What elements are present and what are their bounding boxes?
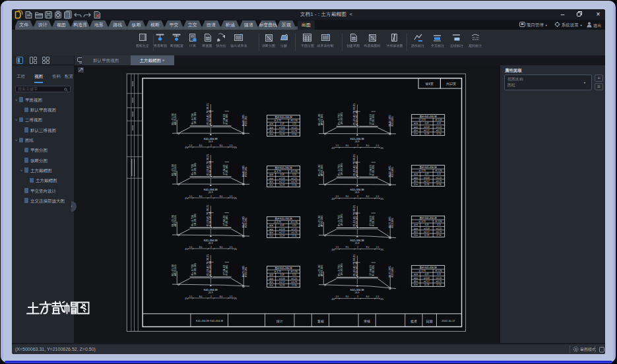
svg-text:26.9: 26.9 <box>354 140 359 143</box>
svg-text:1.5: 1.5 <box>335 295 339 298</box>
svg-text:1R:28.365: 1R:28.365 <box>193 214 196 226</box>
svg-text:路基: 路基 <box>414 173 418 175</box>
svg-text:2: 2 <box>211 246 212 249</box>
svg-text:m1.20: m1.20 <box>291 127 297 129</box>
svg-text:4R23.005: 4R23.005 <box>173 264 176 276</box>
svg-text:1R:28.365: 1R:28.365 <box>193 112 196 125</box>
svg-text:1.5: 1.5 <box>229 246 232 249</box>
svg-text:里程:K42+334.38: 里程:K42+334.38 <box>419 166 436 169</box>
svg-text:1R:28.365: 1R:28.365 <box>339 112 342 125</box>
svg-text:4%: 4% <box>380 249 383 251</box>
svg-text:挖 5.96: 挖 5.96 <box>290 170 298 173</box>
svg-text:17.30: 17.30 <box>292 284 297 287</box>
svg-text:复核: 复核 <box>317 318 324 323</box>
svg-text:17.30: 17.30 <box>292 133 297 136</box>
svg-text:8.0: 8.0 <box>219 246 222 249</box>
svg-text:m5.78: m5.78 <box>436 180 441 183</box>
svg-text:4R23.005: 4R23.005 <box>173 215 176 227</box>
svg-text:填 4.73: 填 4.73 <box>418 220 426 223</box>
svg-text:10.29: 10.29 <box>279 133 284 136</box>
svg-text:10.29: 10.29 <box>279 284 284 287</box>
svg-text:填 4.73: 填 4.73 <box>273 119 281 122</box>
svg-text:m1.20: m1.20 <box>291 278 297 280</box>
svg-text:1.5: 1.5 <box>335 195 339 198</box>
svg-text:m2.17: m2.17 <box>279 130 285 133</box>
svg-text:挖方: 挖方 <box>414 234 418 237</box>
svg-text:m3.08: m3.08 <box>279 228 285 231</box>
svg-text:m5.78: m5.78 <box>291 281 297 284</box>
svg-text:填 4.73: 填 4.73 <box>418 119 426 121</box>
svg-text:4%: 4% <box>331 298 335 301</box>
svg-text:填 4.73: 填 4.73 <box>273 270 281 273</box>
svg-text:m2.17: m2.17 <box>424 280 430 283</box>
svg-text:挖方: 挖方 <box>269 235 273 237</box>
svg-text:F:26.385: F:26.385 <box>225 113 228 124</box>
svg-text:m3.08: m3.08 <box>279 278 285 280</box>
svg-text:R23.065: R23.065 <box>391 116 394 126</box>
svg-text:m2.17: m2.17 <box>279 281 285 284</box>
svg-text:挖 5.96: 挖 5.96 <box>290 221 298 224</box>
svg-text:4.09: 4.09 <box>280 274 284 276</box>
svg-text:1.5: 1.5 <box>375 295 379 298</box>
svg-text:10.29: 10.29 <box>424 183 429 186</box>
svg-text:2: 2 <box>357 195 358 198</box>
svg-text:m1.20: m1.20 <box>436 277 441 280</box>
svg-text:m3.08: m3.08 <box>424 277 430 280</box>
svg-text:填方: 填方 <box>269 181 273 183</box>
svg-text:m5.78: m5.78 <box>291 231 297 234</box>
svg-text:K:39.181.99: K:39.181.99 <box>209 212 212 226</box>
svg-text:2: 2 <box>211 295 212 298</box>
svg-text:4%: 4% <box>234 248 237 251</box>
svg-text:1R:28.365: 1R:28.365 <box>193 163 196 175</box>
svg-text:路面: 路面 <box>414 177 418 179</box>
svg-text:路面: 路面 <box>269 127 273 129</box>
svg-text:m3.08: m3.08 <box>279 127 285 129</box>
svg-text:里程:K42+334.38: 里程:K42+334.38 <box>275 218 292 220</box>
svg-text:26.9: 26.9 <box>208 140 212 143</box>
svg-text:4R23.005: 4R23.005 <box>319 264 323 276</box>
svg-text:4.24: 4.24 <box>292 224 296 227</box>
svg-text:K42+334.38~K42+354.38: K42+334.38~K42+354.38 <box>196 319 223 322</box>
svg-text:8.0: 8.0 <box>366 295 369 298</box>
svg-text:4.24: 4.24 <box>436 173 440 175</box>
svg-text:2: 2 <box>327 33 329 37</box>
svg-text:R23.065: R23.065 <box>391 267 394 277</box>
svg-text:m2.17: m2.17 <box>279 181 285 183</box>
svg-text:路基: 路基 <box>414 273 418 276</box>
svg-text:1R:28.365: 1R:28.365 <box>339 163 342 175</box>
svg-text:F:26.385: F:26.385 <box>225 215 228 226</box>
svg-text:2: 2 <box>357 144 358 147</box>
svg-text:4%: 4% <box>185 297 188 300</box>
svg-text:4%: 4% <box>331 249 335 251</box>
svg-text:1.5: 1.5 <box>335 246 339 249</box>
svg-text:4.09: 4.09 <box>280 173 284 176</box>
svg-text:K:39.181.99: K:39.181.99 <box>209 161 212 175</box>
svg-text:m1.20: m1.20 <box>436 177 441 179</box>
svg-text:2: 2 <box>211 144 212 147</box>
svg-text:挖 5.96: 挖 5.96 <box>435 169 442 172</box>
svg-text:1.5: 1.5 <box>189 295 192 298</box>
svg-text:F:26.385: F:26.385 <box>225 164 228 175</box>
svg-text:挖方: 挖方 <box>269 284 273 287</box>
svg-text:K:39.181.99: K:39.181.99 <box>355 110 358 125</box>
svg-text:m2.17: m2.17 <box>424 180 430 183</box>
svg-text:路面: 路面 <box>414 126 418 129</box>
svg-text:挖方: 挖方 <box>414 284 418 286</box>
svg-text:m3.08: m3.08 <box>424 126 430 129</box>
svg-text:里程:K42+334.38: 里程:K42+334.38 <box>275 167 292 169</box>
svg-text:挖 5.96: 挖 5.96 <box>290 119 298 122</box>
svg-text:m5.78: m5.78 <box>436 231 441 233</box>
svg-text:路面: 路面 <box>269 228 273 231</box>
svg-text:26.9: 26.9 <box>208 242 212 245</box>
svg-text:4%: 4% <box>234 297 237 300</box>
svg-text:4.24: 4.24 <box>292 123 296 125</box>
svg-text:8.0: 8.0 <box>199 195 202 198</box>
svg-text:4%: 4% <box>331 147 335 150</box>
svg-text:4.24: 4.24 <box>436 122 440 125</box>
svg-text:m2.17: m2.17 <box>424 129 430 132</box>
svg-text:4%: 4% <box>380 298 383 301</box>
svg-text:8.0: 8.0 <box>219 144 222 147</box>
svg-text:4R23.005: 4R23.005 <box>319 164 323 176</box>
svg-text:m1.20: m1.20 <box>436 228 441 230</box>
svg-text:26.9: 26.9 <box>208 291 212 294</box>
